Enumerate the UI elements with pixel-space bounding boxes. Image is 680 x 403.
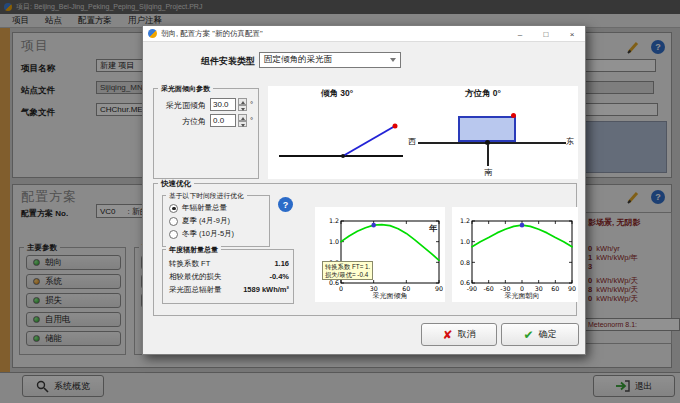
minimize-button[interactable]: – (507, 26, 533, 42)
radio-winter[interactable]: 冬季 (10月-5月) (169, 229, 234, 239)
period-group-title: 基于以下时间段进行优化 (166, 191, 247, 201)
orientation-group-title: 采光面倾向参数 (158, 84, 213, 94)
cancel-x-icon: ✘ (442, 328, 452, 342)
summary-row: 转换系数 FT 1.16 (169, 259, 289, 269)
svg-text:1.0: 1.0 (329, 238, 339, 245)
radio-yearly[interactable]: 年辐射量总量 (169, 203, 227, 213)
optimization-period-group: 基于以下时间段进行优化 年辐射量总量 夏季 (4月-9月) 冬季 (10月-5月… (162, 195, 270, 247)
summary-value: 1.16 (274, 259, 289, 268)
azimuth-stepper[interactable] (238, 114, 247, 127)
tilt-input[interactable]: 30.0 (210, 98, 236, 111)
radio-label: 冬季 (10月-5月) (182, 229, 234, 239)
spin-down-icon[interactable] (238, 121, 247, 128)
svg-text:0.8: 0.8 (460, 259, 470, 266)
dialog-icon (148, 29, 157, 38)
summary-label: 相较最优的损失 (169, 272, 222, 281)
compass-west-label: 西 (408, 136, 416, 147)
summary-value: 1589 kWh/m² (243, 285, 289, 294)
chart-tooltip: 转换系数 FT= 1. 损失/最优= -0.4 (322, 261, 373, 280)
screen: { "colors": { "accent_orange": "#e2a24a"… (0, 0, 680, 403)
compass-south-label: 南 (484, 167, 492, 178)
close-button[interactable]: × (559, 26, 585, 42)
summary-label: 转换系数 FT (169, 259, 210, 268)
tilt-optimization-chart: 03060900.60.81.01.2 (315, 207, 445, 302)
chevron-down-icon (390, 58, 396, 62)
svg-text:0.6: 0.6 (460, 279, 470, 286)
orientation-dialog: 朝向, 配置方案 "新的仿真配置" – □ × 组件安装类型 固定倾角的采光面 … (142, 25, 586, 355)
azimuth-degree-unit: ° (250, 116, 253, 125)
chart-series-label: 年 (429, 223, 437, 234)
annual-summary-group: 年度辐射量总量 转换系数 FT 1.16 相较最优的损失 -0.4% 采光面总辐… (162, 249, 294, 304)
cancel-label: 取消 (458, 328, 476, 341)
ok-button[interactable]: ✔ 确定 (501, 323, 579, 346)
ok-label: 确定 (539, 328, 557, 341)
ok-check-icon: ✔ (523, 328, 533, 342)
cancel-button[interactable]: ✘ 取消 (421, 323, 497, 346)
mount-type-select[interactable]: 固定倾角的采光面 (259, 52, 401, 68)
tilt-label: 采光面倾角 (166, 100, 206, 111)
tilt-stepper[interactable] (238, 98, 247, 111)
radio-icon[interactable] (169, 204, 178, 213)
svg-text:1.2: 1.2 (329, 217, 339, 224)
svg-text:0.6: 0.6 (329, 279, 339, 286)
spin-down-icon[interactable] (238, 105, 247, 112)
summary-value: -0.4% (269, 272, 289, 281)
azimuth-chart-panel: -90-60-3003060900.60.81.01.2 采光面朝向 (452, 207, 578, 302)
corner-marker (511, 113, 516, 118)
dialog-title: 朝向, 配置方案 "新的仿真配置" (161, 29, 263, 39)
orientation-params-group: 采光面倾向参数 采光面倾角 30.0 ° 方位角 0.0 ° (153, 88, 259, 179)
summary-row: 相较最优的损失 -0.4% (169, 272, 289, 282)
tilt-diagram (273, 96, 411, 176)
maximize-button[interactable]: □ (533, 26, 559, 42)
tilt-chart-panel: 03060900.60.81.01.2 年 转换系数 FT= 1. 损失/最优=… (315, 207, 445, 302)
summary-row: 采光面总辐射量 1589 kWh/m² (169, 285, 289, 295)
summary-group-title: 年度辐射量总量 (166, 245, 221, 255)
help-glyph: ? (283, 200, 289, 210)
radio-summer[interactable]: 夏季 (4月-9月) (169, 216, 230, 226)
azimuth-optimization-chart: -90-60-3003060900.60.81.01.2 (452, 207, 578, 302)
orientation-diagrams-panel: 倾角 30° 方位角 0° 西 东 南 (268, 86, 578, 179)
tooltip-line: 损失/最优= -0.4 (325, 271, 370, 279)
mount-type-label: 组件安装类型 (201, 55, 255, 68)
radio-label: 年辐射量总量 (182, 203, 227, 213)
radio-icon[interactable] (169, 217, 178, 226)
svg-text:1.2: 1.2 (460, 217, 470, 224)
tilt-value: 30.0 (213, 100, 229, 109)
mount-type-value: 固定倾角的采光面 (264, 54, 332, 66)
chart-xlabel: 采光面倾角 (341, 291, 439, 301)
azimuth-value: 0.0 (213, 116, 224, 125)
quick-optimization-title: 快速优化 (158, 179, 194, 189)
dialog-title-bar[interactable]: 朝向, 配置方案 "新的仿真配置" – □ × (143, 26, 585, 42)
help-icon[interactable]: ? (278, 197, 293, 212)
panel-plan-rect (458, 116, 516, 142)
tilt-degree-unit: ° (250, 100, 253, 109)
azimuth-input[interactable]: 0.0 (210, 114, 236, 127)
radio-icon[interactable] (169, 230, 178, 239)
compass-east-label: 东 (566, 136, 574, 147)
tooltip-line: 转换系数 FT= 1. (325, 263, 370, 271)
chart-xlabel: 采光面朝向 (472, 291, 572, 301)
radio-label: 夏季 (4月-9月) (182, 216, 230, 226)
azimuth-label: 方位角 (182, 116, 206, 127)
quick-optimization-group: 快速优化 基于以下时间段进行优化 年辐射量总量 夏季 (4月-9月) 冬季 (1… (153, 183, 577, 316)
svg-text:1.0: 1.0 (460, 238, 470, 245)
azimuth-diagram: 西 东 南 (408, 96, 576, 178)
summary-label: 采光面总辐射量 (169, 285, 222, 294)
